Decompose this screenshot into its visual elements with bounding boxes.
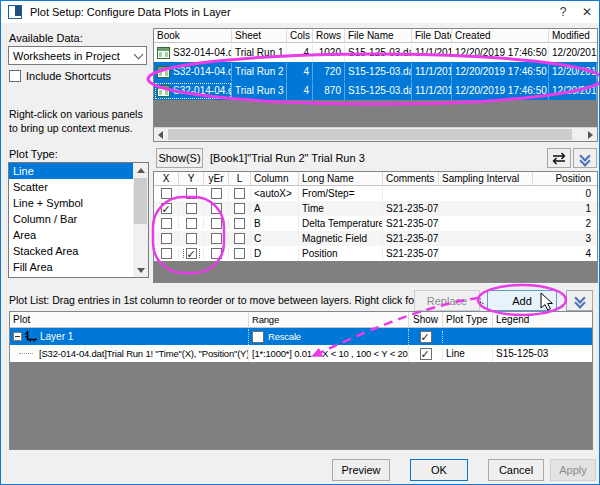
label-checkbox[interactable] xyxy=(234,218,245,229)
column-header-sampling[interactable]: Sampling Interval xyxy=(439,172,533,186)
horizontal-scrollbar[interactable] xyxy=(154,127,597,141)
x-checkbox[interactable] xyxy=(161,188,172,199)
apply-button[interactable]: Apply xyxy=(550,459,596,481)
label-checkbox[interactable] xyxy=(234,203,245,214)
y-checkbox[interactable] xyxy=(186,248,197,259)
tree-branch xyxy=(19,353,33,354)
label-checkbox[interactable] xyxy=(234,248,245,259)
column-row[interactable]: A Time S21-235-07 1 xyxy=(154,201,597,216)
yerr-checkbox[interactable] xyxy=(211,233,222,244)
column-header-book[interactable]: Book xyxy=(154,29,232,43)
column-header-created[interactable]: Created xyxy=(452,29,549,43)
column-row[interactable]: B Delta Temperature S21-235-07 2 xyxy=(154,216,597,231)
label-checkbox[interactable] xyxy=(234,188,245,199)
column-header-plot[interactable]: Plot xyxy=(10,312,249,328)
column-header-y[interactable]: Y xyxy=(179,172,204,186)
plot-row[interactable]: [S32-014-04.dat]Trial Run 1! "Time"(X), … xyxy=(10,345,592,362)
scrollbar-thumb[interactable] xyxy=(134,178,147,224)
worksheet-row[interactable]: S32-014-04.dat Trial Run 3 4 870 S15-125… xyxy=(154,81,597,100)
column-header-filename[interactable]: File Name xyxy=(345,29,412,43)
plot-type-item[interactable]: Line xyxy=(9,163,133,179)
scroll-down-icon[interactable] xyxy=(133,263,148,277)
scrollbar-thumb[interactable] xyxy=(168,129,572,140)
column-header-comments[interactable]: Comments xyxy=(383,172,439,186)
worksheets-table: Book Sheet Cols Rows File Name File Date… xyxy=(153,28,598,142)
column-header-filedate[interactable]: File Date xyxy=(412,29,452,43)
show-layer-checkbox[interactable] xyxy=(420,331,432,343)
worksheet-row[interactable]: S32-014-04.dat Trial Run 1 4 1020 S15-12… xyxy=(154,43,597,62)
collapse-icon[interactable] xyxy=(13,332,22,341)
replace-button[interactable]: Replace xyxy=(414,290,480,311)
ok-button[interactable]: OK xyxy=(410,459,468,481)
include-shortcuts-checkbox-row[interactable]: Include Shortcuts xyxy=(9,70,111,82)
plot-type-scrollbar[interactable] xyxy=(133,163,148,277)
expand-panel-button[interactable] xyxy=(573,148,597,168)
column-header-l[interactable]: L xyxy=(229,172,251,186)
available-data-dropdown[interactable]: Worksheets in Project xyxy=(8,46,147,65)
context-menu-hint: Right-click on various panels to bring u… xyxy=(9,107,151,135)
cancel-button[interactable]: Cancel xyxy=(488,459,544,481)
plot-type-item[interactable]: Scatter xyxy=(9,179,133,195)
plot-type-item[interactable]: Area xyxy=(9,227,133,243)
column-header-yer[interactable]: yEr xyxy=(204,172,229,186)
scroll-up-icon[interactable] xyxy=(133,163,148,177)
columns-table: X Y yEr L Column Long Name Comments Samp… xyxy=(153,171,598,283)
show-button[interactable]: Show(S) xyxy=(156,148,203,168)
y-checkbox[interactable] xyxy=(186,233,197,244)
column-row[interactable]: D Position S21-235-07 4 xyxy=(154,246,597,261)
y-checkbox[interactable] xyxy=(186,203,197,214)
plot-type-item[interactable]: Column / Bar xyxy=(9,211,133,227)
plot-type-label: Plot Type: xyxy=(9,148,58,160)
plot-range: [1*:1000*] 0.01 < X < 10 , 100 < Y < 201… xyxy=(252,346,409,362)
plot-type-item[interactable]: Fill Area xyxy=(9,259,133,275)
column-row[interactable]: C Magnetic Field S21-235-07 3 xyxy=(154,231,597,246)
column-header-x[interactable]: X xyxy=(154,172,179,186)
available-data-value: Worksheets in Project xyxy=(9,50,130,62)
x-checkbox[interactable] xyxy=(161,248,172,259)
column-header-column[interactable]: Column xyxy=(251,172,299,186)
x-checkbox[interactable] xyxy=(161,233,172,244)
rescale-checkbox[interactable] xyxy=(252,331,264,343)
column-header-plottype[interactable]: Plot Type xyxy=(443,312,493,328)
column-header-sheet[interactable]: Sheet xyxy=(232,29,287,43)
layer-row[interactable]: Layer 1 Rescale xyxy=(10,328,592,345)
swap-columns-button[interactable] xyxy=(547,148,571,168)
title-bar[interactable]: Plot Setup: Configure Data Plots in Laye… xyxy=(1,1,599,23)
worksheet-icon xyxy=(157,47,170,59)
preview-button[interactable]: Preview xyxy=(332,459,390,481)
help-button[interactable]: ? xyxy=(551,2,575,22)
worksheet-row[interactable]: S32-014-04.dat Trial Run 2 4 720 S15-125… xyxy=(154,62,597,81)
yerr-checkbox[interactable] xyxy=(211,248,222,259)
yerr-checkbox[interactable] xyxy=(211,218,222,229)
include-shortcuts-checkbox[interactable] xyxy=(9,70,21,82)
x-checkbox[interactable] xyxy=(161,218,172,229)
column-header-legend[interactable]: Legend xyxy=(493,312,592,328)
column-row[interactable]: <autoX> From/Step= 0 xyxy=(154,186,597,201)
expand-plotlist-button[interactable] xyxy=(566,290,593,311)
column-header-position[interactable]: Position xyxy=(533,172,597,186)
add-button[interactable]: Add xyxy=(487,290,557,311)
scroll-left-icon[interactable] xyxy=(154,128,167,141)
plot-type-item[interactable]: Line + Symbol xyxy=(9,195,133,211)
column-header-longname[interactable]: Long Name xyxy=(299,172,383,186)
column-header-range[interactable]: Range xyxy=(249,312,409,328)
active-sheet-label: [Book1]"Trial Run 2" Trial Run 3 xyxy=(210,152,365,164)
column-header-rows[interactable]: Rows xyxy=(313,29,345,43)
show-plot-checkbox[interactable] xyxy=(420,348,432,360)
close-button[interactable]: ✕ xyxy=(575,2,599,22)
table-empty-area xyxy=(10,362,592,449)
column-header-show[interactable]: Show xyxy=(409,312,443,328)
plot-list-table: Plot Range Show Plot Type Legend Layer 1… xyxy=(9,311,593,450)
label-checkbox[interactable] xyxy=(234,233,245,244)
plot-type-item[interactable]: Stacked Area xyxy=(9,243,133,259)
x-checkbox[interactable] xyxy=(161,203,172,214)
column-header-cols[interactable]: Cols xyxy=(287,29,313,43)
column-header-modified[interactable]: Modified xyxy=(549,29,597,43)
yerr-checkbox[interactable] xyxy=(211,203,222,214)
yerr-checkbox[interactable] xyxy=(211,188,222,199)
scroll-right-icon[interactable] xyxy=(584,128,597,141)
table-empty-area xyxy=(154,100,597,127)
y-checkbox[interactable] xyxy=(186,188,197,199)
plot-name: [S32-014-04.dat]Trial Run 1! "Time"(X), … xyxy=(39,346,249,362)
y-checkbox[interactable] xyxy=(186,218,197,229)
